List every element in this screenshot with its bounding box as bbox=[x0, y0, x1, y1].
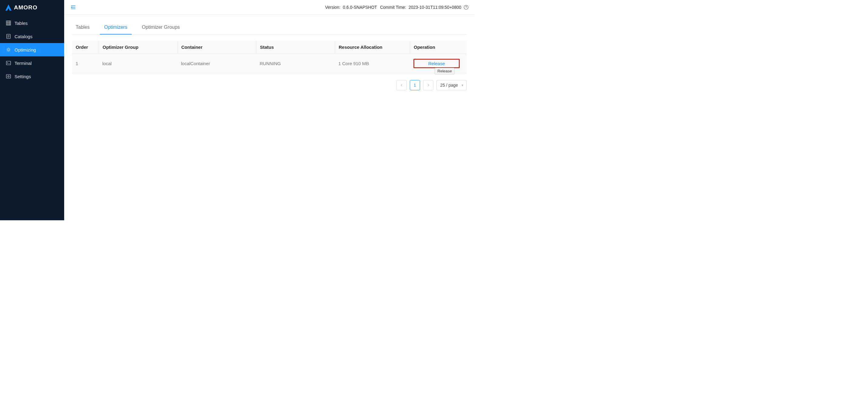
svg-point-5 bbox=[8, 76, 9, 77]
version-label: Version: bbox=[325, 5, 340, 10]
sidebar-item-label: Terminal bbox=[14, 61, 32, 66]
cell-container: localContainer bbox=[177, 54, 256, 73]
release-tooltip: Release bbox=[435, 68, 455, 74]
column-header-group: Optimizer Group bbox=[99, 40, 177, 54]
commit-label: Commit Time: bbox=[380, 5, 406, 10]
tab-optimizers[interactable]: Optimizers bbox=[104, 21, 127, 34]
pagination-next-button[interactable] bbox=[423, 80, 433, 90]
settings-icon bbox=[6, 74, 11, 79]
svg-rect-0 bbox=[6, 21, 10, 25]
pagination-prev-button[interactable] bbox=[397, 80, 407, 90]
sidebar-item-terminal[interactable]: Terminal bbox=[0, 56, 64, 70]
release-highlight: Release bbox=[413, 59, 460, 68]
pagination-page-1[interactable]: 1 bbox=[410, 80, 420, 90]
pagination: 1 25 / page ▼ bbox=[72, 80, 467, 90]
sidebar-item-tables[interactable]: Tables bbox=[0, 17, 64, 30]
version-value: 0.6.0-SNAPSHOT bbox=[343, 5, 377, 10]
sidebar-item-settings[interactable]: Settings bbox=[0, 70, 64, 83]
cell-resource: 1 Core 910 MB bbox=[335, 54, 410, 73]
column-header-status: Status bbox=[256, 40, 335, 54]
sidebar-item-label: Optimizing bbox=[14, 47, 36, 52]
column-header-operation: Operation bbox=[410, 40, 467, 54]
svg-point-2 bbox=[7, 49, 9, 51]
pagination-page-size-label: 25 / page bbox=[440, 83, 458, 88]
tab-optimizer-groups[interactable]: Optimizer Groups bbox=[142, 21, 180, 34]
sidebar: AMORO Tables Catalogs Optimizing bbox=[0, 0, 64, 220]
cell-status: RUNNING bbox=[256, 54, 335, 73]
sidebar-item-label: Settings bbox=[14, 74, 31, 79]
column-header-resource: Resource Allocation bbox=[335, 40, 410, 54]
column-header-container: Container bbox=[177, 40, 256, 54]
optimizers-table: Order Optimizer Group Container Status R… bbox=[72, 40, 467, 73]
collapse-sidebar-button[interactable] bbox=[70, 4, 76, 10]
file-icon bbox=[6, 34, 11, 39]
pagination-page-size-select[interactable]: 25 / page ▼ bbox=[436, 80, 467, 90]
release-button[interactable]: Release bbox=[414, 60, 459, 67]
cell-group: local bbox=[99, 54, 177, 73]
main: Version: 0.6.0-SNAPSHOT Commit Time: 202… bbox=[64, 0, 474, 220]
svg-rect-4 bbox=[6, 75, 10, 78]
cell-operation: Release Release bbox=[410, 54, 467, 73]
help-icon[interactable] bbox=[464, 5, 468, 10]
sidebar-item-catalogs[interactable]: Catalogs bbox=[0, 30, 64, 43]
cell-order: 1 bbox=[72, 54, 99, 73]
column-header-order: Order bbox=[72, 40, 99, 54]
sidebar-item-optimizing[interactable]: Optimizing bbox=[0, 43, 64, 56]
tab-tables[interactable]: Tables bbox=[76, 21, 90, 34]
chevron-down-icon: ▼ bbox=[461, 84, 464, 87]
optimize-icon bbox=[6, 47, 11, 52]
tabs: Tables Optimizers Optimizer Groups bbox=[72, 21, 467, 34]
table-row: 1 local localContainer RUNNING 1 Core 91… bbox=[72, 54, 467, 73]
svg-rect-3 bbox=[6, 61, 10, 65]
topbar: Version: 0.6.0-SNAPSHOT Commit Time: 202… bbox=[64, 0, 474, 15]
sidebar-item-label: Tables bbox=[14, 21, 28, 26]
commit-value: 2023-10-31T11:09:50+0800 bbox=[409, 5, 461, 10]
terminal-icon bbox=[6, 61, 11, 65]
grid-icon bbox=[6, 21, 11, 25]
sidebar-item-label: Catalogs bbox=[14, 34, 32, 39]
logo-text: AMORO bbox=[14, 4, 37, 11]
logo: AMORO bbox=[0, 0, 64, 15]
logo-icon bbox=[5, 4, 12, 11]
